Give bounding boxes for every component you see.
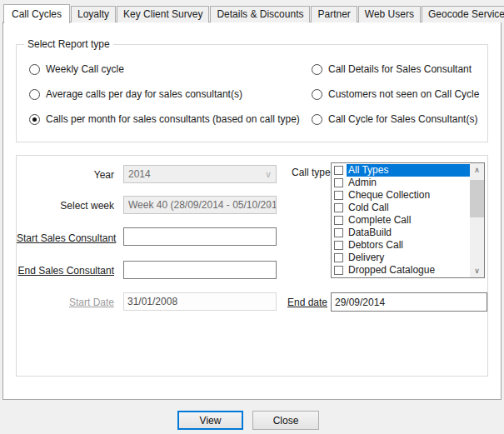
view-button[interactable]: View	[177, 411, 243, 430]
end-sales-consultant-label[interactable]: End Sales Consultant	[17, 265, 114, 277]
start-sales-consultant-label[interactable]: Start Sales Consultant	[17, 232, 114, 244]
checkbox-icon[interactable]	[334, 166, 343, 175]
list-item-label: Cheque Collection	[347, 189, 470, 202]
list-item-label: Complete Call	[347, 214, 470, 227]
radio-average-calls-per-day[interactable]: Average calls per day for sales consulta…	[29, 88, 242, 100]
list-item-complete-call[interactable]: Complete Call	[332, 214, 470, 227]
chevron-down-icon: ∨	[265, 197, 272, 213]
tab-web-users[interactable]: Web Users	[358, 6, 421, 22]
list-item-dropped-catalogue[interactable]: Dropped Catalogue	[332, 264, 470, 277]
radio-icon	[312, 89, 322, 100]
checkbox-icon[interactable]	[334, 203, 343, 212]
radio-icon	[29, 89, 40, 100]
list-item-debtors-call[interactable]: Debtors Call	[332, 239, 470, 252]
list-item-cheque-collection[interactable]: Cheque Collection	[332, 189, 470, 202]
tab-loyalty[interactable]: Loyalty	[71, 6, 116, 22]
tab-call-cycles[interactable]: Call Cycles	[3, 4, 70, 23]
start-sales-consultant-input[interactable]	[123, 227, 277, 246]
radio-label: Call Cycle for Sales Consultant(s)	[328, 113, 477, 125]
list-item-label: Debtors Call	[347, 239, 470, 252]
year-value: 2014	[128, 168, 151, 180]
radio-icon	[312, 114, 322, 125]
radio-label: Average calls per day for sales consulta…	[46, 88, 242, 100]
call-type-items: All Types Admin Cheque Collection Cold C…	[332, 163, 470, 277]
report-dialog: { "tabs": ["Call Cycles", "Loyalty", "Ke…	[0, 0, 504, 434]
radio-icon-checked	[29, 114, 40, 125]
end-sales-consultant-input[interactable]	[123, 261, 277, 279]
list-item-databuild[interactable]: DataBuild	[332, 227, 470, 239]
list-item-label: All Types	[347, 164, 470, 177]
list-item-admin[interactable]: Admin	[332, 177, 470, 189]
tab-page-call-cycles: Select Report type Weekly Call cycle Ave…	[2, 22, 502, 400]
end-date-label[interactable]: End date	[287, 297, 327, 308]
list-item-delivery[interactable]: Delivery	[332, 252, 470, 264]
radio-call-cycle-for-sales-consultant[interactable]: Call Cycle for Sales Consultant(s)	[312, 113, 477, 125]
year-label: Year	[17, 169, 114, 181]
report-type-group: Select Report type Weekly Call cycle Ave…	[16, 44, 488, 142]
close-button[interactable]: Close	[252, 411, 319, 430]
call-type-label: Call type	[292, 167, 331, 178]
radio-label: Call Details for Sales Consultant	[328, 63, 472, 75]
radio-call-details-for-sales-consultant[interactable]: Call Details for Sales Consultant	[312, 63, 472, 75]
end-date-input[interactable]	[331, 292, 487, 312]
call-type-listbox: All Types Admin Cheque Collection Cold C…	[331, 162, 485, 278]
scroll-down-icon[interactable]: ∨	[470, 264, 484, 277]
tab-geocode-service-results[interactable]: Geocode Service Results	[422, 6, 504, 22]
report-type-group-title: Select Report type	[24, 38, 113, 50]
checkbox-icon[interactable]	[334, 178, 343, 187]
radio-customers-not-seen[interactable]: Customers not seen on Call Cycle	[312, 88, 479, 100]
list-item-cold-call[interactable]: Cold Call	[332, 202, 470, 214]
list-item-label: Delivery	[347, 252, 470, 264]
start-date-input	[123, 292, 277, 311]
year-dropdown: 2014 ∨	[123, 165, 277, 183]
chevron-down-icon: ∨	[265, 166, 272, 182]
list-item-label: Admin	[347, 177, 470, 189]
filters-group: Year 2014 ∨ Select week Week 40 (28/09/2…	[16, 155, 488, 377]
radio-label: Customers not seen on Call Cycle	[328, 88, 479, 100]
select-week-dropdown: Week 40 (28/09/2014 - 05/10/201 ∨	[123, 196, 277, 214]
tab-strip: Call Cycles Loyalty Key Client Survey De…	[3, 3, 504, 22]
radio-icon	[312, 64, 322, 75]
radio-icon	[29, 64, 40, 75]
list-item-all-types[interactable]: All Types	[332, 164, 470, 177]
checkbox-icon[interactable]	[334, 216, 343, 225]
scrollbar-thumb[interactable]	[470, 180, 484, 217]
tab-partner[interactable]: Partner	[311, 6, 357, 22]
checkbox-icon[interactable]	[334, 241, 343, 250]
call-type-scrollbar[interactable]: ∧ ∨	[470, 163, 484, 277]
list-item-label: Cold Call	[347, 202, 470, 214]
select-week-value: Week 40 (28/09/2014 - 05/10/201	[128, 199, 277, 211]
radio-calls-per-month[interactable]: Calls per month for sales consultants (b…	[29, 113, 300, 125]
tab-key-client-survey[interactable]: Key Client Survey	[117, 6, 209, 22]
checkbox-icon[interactable]	[334, 253, 343, 262]
list-item-label: DataBuild	[347, 227, 470, 239]
start-date-label: Start Date	[17, 297, 114, 308]
radio-label: Calls per month for sales consultants (b…	[46, 113, 300, 125]
checkbox-icon[interactable]	[334, 191, 343, 200]
radio-label: Weekly Call cycle	[46, 63, 124, 75]
list-item-label: Dropped Catalogue	[347, 264, 470, 277]
checkbox-icon[interactable]	[334, 228, 343, 237]
scroll-up-icon[interactable]: ∧	[470, 163, 484, 177]
radio-weekly-call-cycle[interactable]: Weekly Call cycle	[29, 63, 124, 75]
checkbox-icon[interactable]	[334, 266, 343, 275]
select-week-label: Select week	[17, 200, 114, 212]
tab-details-discounts[interactable]: Details & Discounts	[210, 6, 310, 22]
